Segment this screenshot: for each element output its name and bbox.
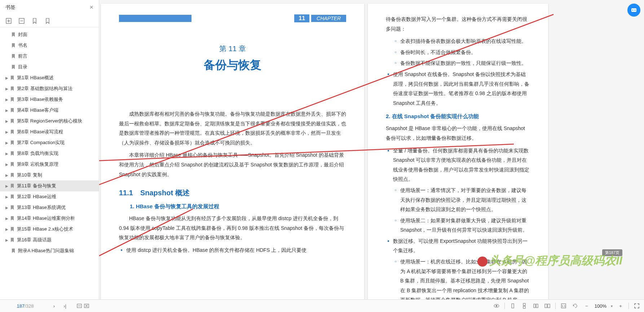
bookmark-item[interactable]: ▶第9章 宕机恢复原理	[0, 159, 99, 170]
bookmark-icon	[10, 237, 15, 242]
bullet-item: 使用场景一：机房在线迁移。比如业务集群在 A 机房，因为 A 机机架不够需要将整…	[393, 257, 530, 305]
bullet-item: 数据迁移。可以使用 ExportSnapshot 功能将快照导出到另一个集迁移。	[386, 236, 530, 255]
bookmark-item[interactable]: 封面	[0, 29, 99, 40]
close-sidebar-button[interactable]: ×	[89, 4, 93, 11]
bookmark-item[interactable]: ▶第13章 HBase系统调优	[0, 202, 99, 213]
chevron-right-icon[interactable]: ▶	[5, 152, 9, 156]
chevron-right-icon[interactable]: ▶	[5, 173, 9, 177]
bookmark-item[interactable]: ▶第2章 基础数据结构与算法	[0, 83, 99, 94]
zoom-level[interactable]: 100%	[595, 303, 606, 309]
bullet-item: 使用 distcp 进行关机全备份。HBase 的所有文件都存储在 HDFS 上…	[119, 245, 346, 255]
bookmark-label: 第8章 负载均衡实现	[17, 150, 58, 157]
book-view-icon[interactable]	[544, 302, 551, 309]
zoom-out-icon[interactable]: −	[583, 302, 590, 309]
bookmark-icon	[10, 216, 15, 221]
bookmark-item[interactable]: 目录	[0, 62, 99, 72]
bookmark-icon	[11, 64, 16, 70]
chevron-right-icon[interactable]: ▶	[5, 217, 9, 220]
bookmark-icon	[10, 129, 15, 134]
rotate-icon[interactable]	[572, 302, 579, 309]
bookmark-item[interactable]: 前言	[0, 51, 99, 62]
bookmark-item[interactable]: ▶第1章 HBase概述	[0, 72, 99, 83]
chevron-right-icon[interactable]: ▶	[5, 238, 9, 242]
remove-bookmark-icon[interactable]	[18, 18, 25, 24]
chevron-right-icon[interactable]: ▶	[5, 87, 9, 91]
bookmark-label: 第5章 RegionServer的核心模块	[17, 118, 82, 124]
bookmark-label: 书名	[18, 42, 27, 49]
last-page-button[interactable]: ›|	[61, 302, 69, 309]
chevron-right-icon[interactable]: ▶	[5, 98, 9, 102]
bookmark-label: 第13章 HBase系统调优	[17, 204, 66, 211]
svg-rect-16	[512, 304, 514, 308]
bookmark-item[interactable]: ▶第8章 负载均衡实现	[0, 148, 99, 159]
fit-icon[interactable]: 1:1	[560, 302, 567, 309]
fit-width-icon[interactable]	[76, 302, 83, 309]
bookmark-label: 前言	[18, 53, 27, 59]
chevron-right-icon[interactable]: ▶	[5, 227, 9, 231]
bookmark-label: 第10章 复制	[17, 172, 42, 178]
bookmark-item[interactable]: ▶第5章 RegionServer的核心模块	[0, 116, 99, 126]
paragraph: 本章将详细介绍 HBase 最核心的备份与恢复工具——Snapshot。首先介绍…	[119, 150, 346, 179]
bookmark-sidebar: 书签 × 封面书名前言目录▶第1章 HBase概述▶第2章 基础数据结构与算法▶…	[0, 0, 99, 312]
page-left: 11 CHAPTER 第 11 章 备份与恢复 成熟数据库都有相对完善的备份与恢…	[101, 4, 364, 308]
two-page-icon[interactable]	[532, 302, 539, 309]
continuous-page-icon[interactable]	[521, 302, 528, 309]
bookmark-label: 第12章 HBase运维	[17, 193, 56, 200]
add-bookmark-icon[interactable]	[5, 18, 12, 24]
bookmark-item[interactable]: ▶第11章 备份与恢复	[0, 180, 99, 191]
svg-rect-8	[631, 8, 636, 12]
fullscreen-icon[interactable]	[633, 302, 640, 309]
next-page-button[interactable]: ›	[50, 302, 58, 309]
bullet-item: 使用 Snapshot 在线备份。Snapshot 备份以快照技术为基础原理，拷…	[386, 70, 530, 108]
bookmark-label: 第15章 HBase 2.x核心技术	[17, 226, 73, 232]
bookmark-icon	[10, 194, 15, 199]
bullet-item: 全表扫描待备份表数据会极大影响原表的在线读写性能。	[393, 36, 530, 46]
bookmark-item[interactable]: ▶第15章 HBase 2.x核心技术	[0, 224, 99, 235]
bookmark-icon	[10, 97, 15, 102]
bookmark-item[interactable]: ▶第7章 Compaction实现	[0, 137, 99, 148]
chevron-right-icon[interactable]: ▶	[5, 108, 9, 112]
chevron-right-icon[interactable]: ▶	[5, 195, 9, 199]
bookmark-icon	[10, 86, 15, 91]
eye-icon[interactable]	[493, 302, 500, 309]
zoom-in-icon[interactable]: +	[617, 302, 624, 309]
bookmark-icon	[10, 108, 15, 113]
fit-page-icon[interactable]	[83, 302, 90, 309]
bookmark-item[interactable]: ▶第14章 HBase运维案例分析	[0, 213, 99, 224]
chevron-right-icon[interactable]: ▶	[5, 76, 9, 80]
bookmark-icon	[10, 227, 15, 232]
bookmark-icon	[11, 32, 16, 37]
svg-point-9	[632, 10, 634, 11]
bookmark-item[interactable]: ▶第3章 HBase依赖服务	[0, 94, 99, 105]
chevron-right-icon[interactable]: ▶	[5, 206, 9, 210]
bookmark-icon	[11, 54, 16, 59]
bottom-toolbar: 187/328 › ›| 1:1 − 100% ▾ +	[0, 299, 644, 312]
bookmark-item[interactable]: 书名	[0, 40, 99, 51]
bookmark-item[interactable]: ▶第6章 HBase读写流程	[0, 126, 99, 137]
assistant-float-button[interactable]	[627, 4, 640, 17]
bookmark-label: 第14章 HBase运维案例分析	[17, 215, 75, 222]
bookmark-icon	[11, 43, 16, 48]
bookmark-item[interactable]: ▶第12章 HBase运维	[0, 191, 99, 202]
sidebar-title: 书签	[5, 4, 16, 11]
bookmark-ribbon-icon[interactable]	[31, 18, 38, 24]
chevron-right-icon[interactable]: ▶	[5, 184, 9, 188]
bookmark-outline-icon[interactable]	[44, 18, 51, 24]
bookmark-label: 第4章 HBase客户端	[17, 107, 58, 113]
chevron-right-icon[interactable]: ▶	[5, 162, 9, 166]
bookmark-icon	[11, 248, 16, 253]
bookmark-item[interactable]: ▶第16章 高级话题	[0, 235, 99, 245]
chevron-right-icon[interactable]: ▶	[5, 141, 9, 145]
single-page-icon[interactable]	[509, 302, 516, 309]
chevron-right-icon[interactable]: ▶	[5, 130, 9, 134]
bookmark-label: 第1章 HBase概述	[17, 75, 54, 81]
bookmark-label: 第7章 Compaction实现	[17, 139, 65, 146]
chevron-right-icon[interactable]: ▶	[5, 119, 9, 123]
bookmark-icon	[10, 162, 15, 167]
bookmark-item[interactable]: 附录A HBase热门问题集锦	[0, 245, 99, 256]
document-viewport: 11 CHAPTER 第 11 章 备份与恢复 成熟数据库都有相对完善的备份与恢…	[99, 0, 644, 312]
bookmark-item[interactable]: ▶第4章 HBase客户端	[0, 105, 99, 116]
bookmark-item[interactable]: ▶第10章 复制	[0, 170, 99, 180]
page-badge: 第187页	[602, 249, 622, 256]
page-indicator[interactable]: 187/328	[4, 303, 47, 309]
